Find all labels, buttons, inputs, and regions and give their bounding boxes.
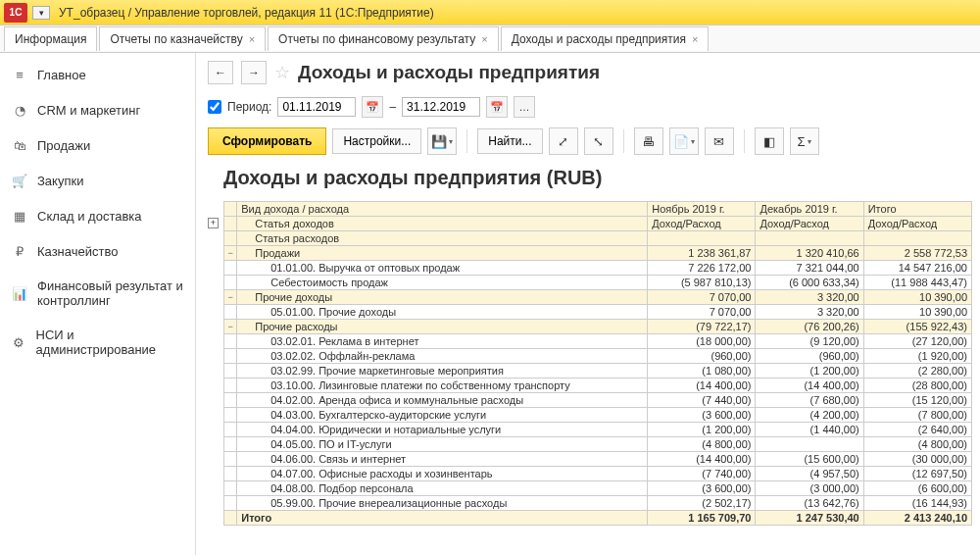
col-header-nov: Ноябрь 2019 г. [648, 202, 756, 217]
date-to-input[interactable] [402, 97, 480, 117]
row-value: (2 502,17) [648, 496, 756, 511]
sidebar-item-finresult[interactable]: 📊Финансовый результат и контроллинг [0, 269, 195, 318]
sidebar-item-purchase[interactable]: 🛒Закупки [0, 163, 195, 198]
period-checkbox[interactable] [208, 100, 221, 114]
tab-income-expense[interactable]: Доходы и расходы предприятия× [501, 26, 710, 51]
col-metric: Доход/Расход [648, 217, 756, 231]
sidebar-item-treasury[interactable]: ₽Казначейство [0, 233, 195, 269]
row-value: (28 800,00) [863, 378, 971, 393]
row-label: 03.02.02. Оффлайн-реклама [237, 349, 648, 364]
table-row[interactable]: Итого1 165 709,701 247 530,402 413 240,1… [224, 511, 972, 526]
settings-button[interactable]: Настройки... [332, 128, 421, 154]
row-value: 1 247 530,40 [756, 511, 863, 526]
row-value: (7 740,00) [648, 467, 756, 481]
table-row[interactable]: Себестоимость продаж(5 987 810,13)(6 000… [224, 276, 972, 290]
close-icon[interactable]: × [249, 33, 255, 45]
table-row[interactable]: −Прочие расходы(79 722,17)(76 200,26)(15… [224, 320, 972, 334]
row-value: (4 200,00) [756, 408, 863, 423]
period-separator: – [389, 100, 396, 114]
row-value: (11 988 443,47) [863, 276, 971, 290]
row-value: 3 320,00 [756, 290, 863, 305]
sidebar-item-main[interactable]: ≡Главное [0, 57, 195, 92]
row-label: 04.08.00. Подбор персонала [237, 481, 648, 496]
table-row[interactable]: 03.02.02. Оффлайн-реклама(960,00)(960,00… [224, 349, 972, 364]
sidebar-item-warehouse[interactable]: ▦Склад и доставка [0, 198, 195, 233]
row-value: (7 800,00) [863, 408, 971, 423]
row-value: (3 000,00) [756, 481, 863, 496]
row-value: (4 957,50) [756, 467, 863, 481]
find-button[interactable]: Найти... [477, 128, 542, 154]
table-row[interactable]: 05.99.00. Прочие внереализационные расхо… [224, 496, 972, 511]
table-row[interactable]: 04.04.00. Юридически и нотариальные услу… [224, 423, 972, 437]
back-button[interactable]: ← [208, 61, 233, 84]
row-value: 1 238 361,87 [648, 246, 756, 261]
row-label: 04.06.00. Связь и интернет [237, 452, 648, 467]
row-label: 01.01.00. Выручка от оптовых продаж [237, 261, 648, 276]
collapse-button[interactable]: ⤡ [584, 127, 613, 155]
generate-button[interactable]: Сформировать [208, 127, 326, 155]
forward-button[interactable]: → [241, 61, 267, 84]
date-from-input[interactable] [277, 97, 356, 117]
collapse-icon[interactable]: − [224, 290, 237, 305]
row-label: 05.01.00. Прочие доходы [237, 305, 648, 320]
table-row[interactable]: 01.01.00. Выручка от оптовых продаж7 226… [224, 261, 972, 276]
table-row[interactable]: 03.02.01. Реклама в интернет(18 000,00)(… [224, 334, 972, 349]
table-row[interactable]: −Продажи1 238 361,871 320 410,662 558 77… [224, 246, 972, 261]
save-as-button[interactable]: 📄 [669, 127, 699, 155]
chart-icon: 📊 [12, 285, 27, 301]
row-value: (12 697,50) [863, 467, 971, 481]
tab-financial-result-reports[interactable]: Отчеты по финансовому результату× [268, 26, 499, 51]
cart-icon: 🛒 [12, 173, 27, 188]
calendar-to-icon[interactable]: 📅 [486, 96, 508, 118]
row-label: 04.02.00. Аренда офиса и коммунальные ра… [237, 393, 648, 408]
window-dropdown-icon[interactable]: ▾ [32, 6, 50, 20]
tab-treasury-reports[interactable]: Отчеты по казначейству× [99, 26, 266, 51]
row-value: (2 640,00) [863, 423, 971, 437]
window-title: УТ_образец / Управление торговлей, редак… [59, 6, 434, 20]
sidebar-item-sales[interactable]: 🛍Продажи [0, 127, 195, 163]
table-row[interactable]: 04.03.00. Бухгалтерско-аудиторские услуг… [224, 408, 972, 423]
sidebar-item-crm[interactable]: ◔CRM и маркетинг [0, 92, 195, 127]
table-row[interactable]: 04.02.00. Аренда офиса и коммунальные ра… [224, 393, 972, 408]
row-value: 7 226 172,00 [648, 261, 756, 276]
close-icon[interactable]: × [481, 33, 487, 45]
row-value [756, 437, 863, 452]
table-row[interactable]: 03.10.00. Лизинговые платежи по собствен… [224, 378, 972, 393]
bag-icon: 🛍 [12, 137, 27, 153]
table-row[interactable]: −Прочие доходы7 070,003 320,0010 390,00 [224, 290, 972, 305]
expand-button[interactable]: ⤢ [549, 127, 578, 155]
row-value: (1 440,00) [756, 423, 863, 437]
row-value: (13 642,76) [756, 496, 863, 511]
table-row[interactable]: 04.07.00. Офисные расходы и хозинвентарь… [224, 467, 972, 481]
col-header-type: Вид дохода / расхода [237, 202, 648, 217]
save-settings-button[interactable]: 💾 [427, 127, 457, 155]
row-value: (14 400,00) [756, 378, 863, 393]
collapse-icon[interactable]: − [224, 320, 237, 334]
tab-bar: Информация Отчеты по казначейству× Отчет… [0, 25, 980, 53]
period-picker-button[interactable]: … [514, 96, 535, 118]
table-row[interactable]: 05.01.00. Прочие доходы7 070,003 320,001… [224, 305, 972, 320]
row-value: 7 070,00 [648, 290, 756, 305]
collapse-icon[interactable]: − [224, 246, 237, 261]
close-icon[interactable]: × [692, 33, 698, 45]
table-row[interactable]: 04.08.00. Подбор персонала(3 600,00)(3 0… [224, 481, 972, 496]
sidebar-item-admin[interactable]: ⚙НСИ и администрирование [0, 318, 195, 367]
table-row[interactable]: 04.06.00. Связь и интернет(14 400,00)(15… [224, 452, 972, 467]
row-value: (3 600,00) [648, 481, 756, 496]
tab-info[interactable]: Информация [4, 26, 97, 51]
table-row[interactable]: 04.05.00. ПО и IT-услуги(4 800,00)(4 800… [224, 437, 972, 452]
email-button[interactable]: ✉ [705, 127, 734, 155]
row-value: 10 390,00 [863, 305, 971, 320]
variants-button[interactable]: ◧ [755, 127, 784, 155]
favorite-icon[interactable]: ☆ [274, 62, 290, 83]
row-value: 7 321 044,00 [756, 261, 863, 276]
row-value: (7 440,00) [648, 393, 756, 408]
sum-button[interactable]: Σ [790, 127, 819, 155]
gear-icon: ⚙ [12, 334, 26, 350]
print-button[interactable]: 🖶 [634, 127, 663, 155]
row-value: (4 800,00) [863, 437, 971, 452]
calendar-from-icon[interactable]: 📅 [362, 96, 383, 118]
table-row[interactable]: 03.02.99. Прочие маркетинговые мероприят… [224, 364, 972, 378]
row-label: 04.07.00. Офисные расходы и хозинвентарь [237, 467, 648, 481]
outline-expand-icon[interactable]: + [208, 218, 219, 228]
